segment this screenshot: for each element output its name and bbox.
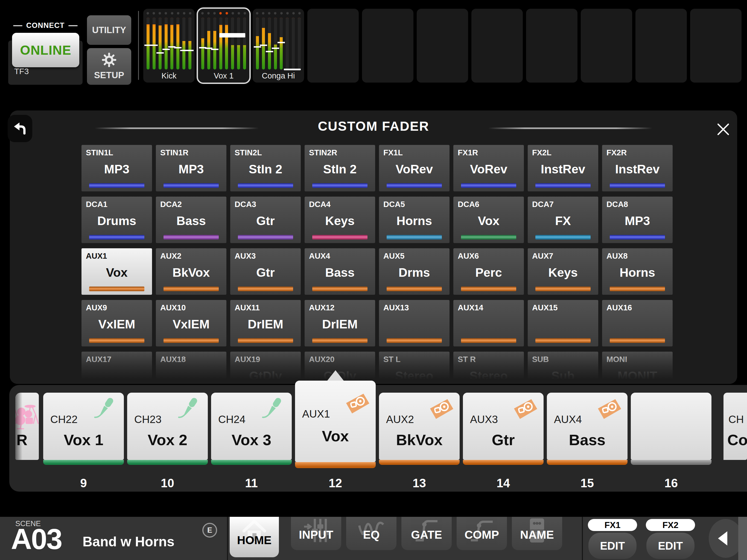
fx2-edit-button[interactable]: EDIT xyxy=(646,533,695,559)
selected-strip-pointer xyxy=(327,370,344,381)
title-divider-right xyxy=(488,127,652,129)
fader-cell-stin1r[interactable]: STIN1RMP3 xyxy=(156,145,226,192)
fader-cell-aux6[interactable]: AUX6Perc xyxy=(453,248,524,295)
cell-name: InstRev xyxy=(602,162,673,176)
fader-cell-aux11[interactable]: AUX11DrIEM xyxy=(230,300,301,347)
fader-cell-aux15[interactable]: AUX15 xyxy=(528,300,598,347)
fader-cell-aux8[interactable]: AUX8Horns xyxy=(602,248,673,295)
meter-mask xyxy=(153,18,156,24)
cell-name: VoRev xyxy=(453,162,524,176)
fader-cell-aux16[interactable]: AUX16 xyxy=(602,300,673,347)
peak-dots xyxy=(147,12,191,15)
fader-cell-aux13[interactable]: AUX13 xyxy=(379,300,449,347)
cell-name: DrIEM xyxy=(230,317,301,331)
fader-cell-fx2r[interactable]: FX2RInstRev xyxy=(602,145,673,192)
tab-comp[interactable]: COMP xyxy=(457,517,507,550)
meter-bar xyxy=(262,18,265,70)
setup-button[interactable]: SETUP xyxy=(87,48,131,85)
fader-cell-dca4[interactable]: DCA4Keys xyxy=(305,197,375,243)
cell-name: MP3 xyxy=(602,214,673,228)
color-bar xyxy=(387,183,442,188)
fader-cell-aux14[interactable]: AUX14 xyxy=(453,300,524,347)
fader-cell-stin2r[interactable]: STIN2RStIn 2 xyxy=(305,145,375,192)
online-status-button[interactable]: ONLINE xyxy=(12,33,79,67)
strip-name: Vox xyxy=(295,427,376,445)
meter-block-conga-hi[interactable]: Conga Hi xyxy=(253,9,304,82)
cell-name: FX xyxy=(528,214,598,228)
tab-gate[interactable]: GATE xyxy=(402,517,452,550)
fader-cell-stin2l[interactable]: STIN2LStIn 2 xyxy=(230,145,301,192)
fader-cell-dca2[interactable]: DCA2Bass xyxy=(156,197,226,243)
fader-cell-fx1r[interactable]: FX1RVoRev xyxy=(453,145,524,192)
fader-tick xyxy=(211,49,218,50)
fader-cell-aux3[interactable]: AUX3Gtr xyxy=(230,248,301,295)
title-divider-left xyxy=(95,127,259,129)
fader-cell-aux10[interactable]: AUX10VxIEM xyxy=(156,300,226,347)
strip-number: 10 xyxy=(127,476,208,490)
mic-icon xyxy=(260,396,287,423)
topbar-divider xyxy=(138,11,139,80)
meter-bar xyxy=(170,18,173,70)
cell-id: AUX12 xyxy=(309,303,335,312)
fader-cell-dca3[interactable]: DCA3Gtr xyxy=(230,197,301,243)
fader-cell-dca7[interactable]: DCA7FX xyxy=(528,197,598,243)
fader-cell-aux1[interactable]: AUX1Vox xyxy=(81,248,152,295)
fader-strip-ch23[interactable]: CH23Vox 2 xyxy=(127,393,208,460)
fader-cell-aux4[interactable]: AUX4Bass xyxy=(305,248,375,295)
meter-block-kick[interactable]: Kick xyxy=(143,9,195,82)
strip-name: BkVox xyxy=(379,431,460,449)
color-bar xyxy=(387,338,442,343)
cell-name: Vox xyxy=(81,265,152,280)
tab-eq[interactable]: EQ xyxy=(346,517,396,550)
fader-cell-dca1[interactable]: DCA1Drums xyxy=(81,197,152,243)
fx1-edit-button[interactable]: EDIT xyxy=(588,533,637,559)
color-bar xyxy=(163,235,218,239)
color-bar xyxy=(312,286,367,291)
fader-strip-ch24[interactable]: CH24Vox 3 xyxy=(211,393,292,460)
back-button[interactable] xyxy=(8,115,32,142)
fader-strip-partial-left[interactable]: R xyxy=(15,393,39,460)
meter-mask xyxy=(176,18,179,24)
fader-strip-partial-right[interactable]: CH Co xyxy=(723,393,747,460)
fader-strip-ch22[interactable]: CH22Vox 1 xyxy=(43,393,124,460)
cell-name: VxIEM xyxy=(156,317,226,331)
fader-strip-aux3[interactable]: AUX3Gtr xyxy=(463,393,544,460)
tab-input[interactable]: INPUT xyxy=(291,517,341,550)
utility-button[interactable]: UTILITY xyxy=(87,15,131,45)
strip-number: 11 xyxy=(211,476,292,490)
fader-cell-aux12[interactable]: AUX12DrIEM xyxy=(305,300,375,347)
fader-cell-fx1l[interactable]: FX1LVoRev xyxy=(379,145,449,192)
strip-channel: CH22 xyxy=(50,413,78,426)
fader-cell-dca6[interactable]: DCA6Vox xyxy=(453,197,524,243)
fader-strip-aux1[interactable]: AUX1Vox xyxy=(295,381,376,462)
peak-dot xyxy=(147,12,149,15)
scene-id[interactable]: A03 xyxy=(11,525,61,554)
fader-cell-aux2[interactable]: AUX2BkVox xyxy=(156,248,226,295)
fader-cell-aux7[interactable]: AUX7Keys xyxy=(528,248,598,295)
cell-name: Keys xyxy=(305,214,375,228)
meter-block-vox-1[interactable]: Vox 1 xyxy=(198,9,249,82)
meter-mask xyxy=(201,18,204,38)
fader-cell-aux5[interactable]: AUX5Drms xyxy=(379,248,449,295)
fader-cell-fx2l[interactable]: FX2LInstRev xyxy=(528,145,598,192)
toolbar-divider xyxy=(582,517,583,560)
color-bar xyxy=(535,286,590,291)
fader-tick xyxy=(254,46,261,48)
fader-cell-dca5[interactable]: DCA5Horns xyxy=(379,197,449,243)
meter-mask xyxy=(164,18,168,24)
toolbar-edge-handle[interactable] xyxy=(738,517,747,560)
fader-strip-aux4[interactable]: AUX4Bass xyxy=(547,393,627,460)
bottom-toolbar: SCENE A03 Band w Horns E HOMEINPUTEQGATE… xyxy=(0,517,747,560)
cell-id: AUX1 xyxy=(86,252,107,261)
collapse-toolbar-button[interactable] xyxy=(709,519,743,558)
close-button[interactable] xyxy=(711,118,736,142)
fader-cell-aux9[interactable]: AUX9VxIEM xyxy=(81,300,152,347)
scene-name[interactable]: Band w Horns xyxy=(83,534,175,550)
tab-name[interactable]: NAME xyxy=(512,517,562,550)
fader-cell-dca8[interactable]: DCA8MP3 xyxy=(602,197,673,243)
fader-tick xyxy=(162,49,170,50)
fader-strip-empty[interactable] xyxy=(631,393,712,460)
fader-cell-stin1l[interactable]: STIN1LMP3 xyxy=(81,145,152,192)
tab-home[interactable]: HOME xyxy=(230,517,279,557)
fader-strip-aux2[interactable]: AUX2BkVox xyxy=(379,393,460,460)
